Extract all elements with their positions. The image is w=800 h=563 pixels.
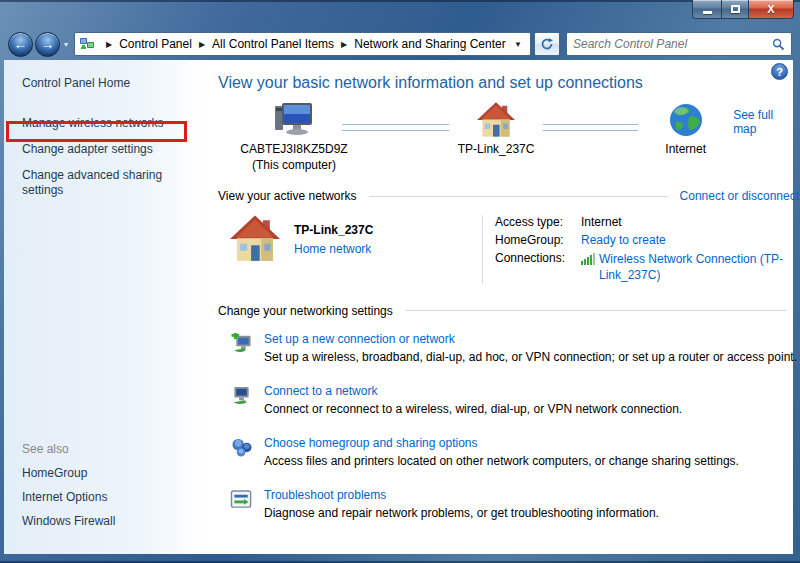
address-bar[interactable]: ▶ Control Panel ▶ All Control Panel Item… bbox=[74, 32, 531, 56]
breadcrumb-separator-icon: ▶ bbox=[341, 40, 347, 49]
sidebar-item-change-adapter-settings[interactable]: Change adapter settings bbox=[22, 142, 172, 157]
computer-label: CABTEJ3I8KZ5D9Z (This computer) bbox=[240, 142, 347, 173]
map-node-network[interactable]: TP-Link_237C bbox=[449, 102, 544, 158]
map-connector bbox=[342, 124, 449, 131]
page-title: View your basic network information and … bbox=[218, 74, 799, 92]
sidebar-item-homegroup[interactable]: HomeGroup bbox=[22, 466, 172, 481]
internet-label: Internet bbox=[665, 142, 706, 158]
divider bbox=[369, 196, 668, 197]
maximize-icon bbox=[731, 5, 740, 13]
connections-label: Connections: bbox=[495, 251, 581, 283]
wireless-connection-link[interactable]: Wireless Network Connection (TP-Link_237… bbox=[599, 251, 799, 283]
main-content: View your basic network information and … bbox=[204, 60, 800, 554]
sidebar-item-internet-options[interactable]: Internet Options bbox=[22, 490, 172, 505]
sidebar-item-manage-wireless-networks[interactable]: Manage wireless networks bbox=[22, 116, 172, 131]
refresh-icon bbox=[540, 37, 554, 51]
active-networks-title: View your active networks bbox=[218, 189, 357, 203]
network-sharing-center-icon bbox=[79, 36, 95, 52]
access-type-label: Access type: bbox=[495, 215, 581, 229]
window-controls: X bbox=[692, 0, 794, 19]
active-networks-header: View your active networks Connect or dis… bbox=[218, 189, 799, 203]
sidebar-item-windows-firewall[interactable]: Windows Firewall bbox=[22, 514, 172, 529]
homegroup-icon bbox=[230, 436, 254, 458]
connect-network-desc: Connect or reconnect to a wireless, wire… bbox=[264, 402, 682, 416]
forward-arrow-icon: → bbox=[41, 36, 55, 52]
map-node-computer[interactable]: CABTEJ3I8KZ5D9Z (This computer) bbox=[246, 102, 342, 173]
sidebar: Control Panel Home Manage wireless netwo… bbox=[4, 60, 204, 554]
breadcrumb-separator-icon: ▶ bbox=[106, 40, 112, 49]
address-dropdown-icon[interactable]: ▼ bbox=[508, 40, 528, 49]
search-input[interactable] bbox=[573, 37, 772, 51]
title-bar: X bbox=[0, 0, 800, 28]
homegroup-label: HomeGroup: bbox=[495, 233, 581, 247]
help-button[interactable]: ? bbox=[771, 63, 788, 80]
refresh-button[interactable] bbox=[534, 32, 560, 56]
access-type-value: Internet bbox=[581, 215, 799, 229]
divider bbox=[405, 310, 787, 311]
active-network-details: Access type: Internet HomeGroup: Ready t… bbox=[482, 215, 799, 283]
wireless-signal-icon bbox=[581, 253, 595, 265]
search-box[interactable] bbox=[566, 32, 792, 56]
setting-item-connect: Connect to a network Connect or reconnec… bbox=[230, 384, 799, 416]
window-body: Control Panel Home Manage wireless netwo… bbox=[4, 60, 793, 554]
network-map: CABTEJ3I8KZ5D9Z (This computer) bbox=[246, 102, 799, 173]
troubleshoot-link[interactable]: Troubleshoot problems bbox=[264, 488, 386, 502]
breadcrumb-all-items[interactable]: All Control Panel Items bbox=[212, 35, 334, 53]
house-icon bbox=[477, 102, 515, 138]
breadcrumb-control-panel[interactable]: Control Panel bbox=[119, 35, 192, 53]
navigation-toolbar: ← → ▾ ▶ Control Panel ▶ All Control Pane… bbox=[0, 28, 800, 60]
troubleshoot-icon bbox=[230, 488, 254, 510]
setting-item-homegroup: Choose homegroup and sharing options Acc… bbox=[230, 436, 799, 468]
troubleshoot-desc: Diagnose and repair network problems, or… bbox=[264, 506, 659, 520]
maximize-button[interactable] bbox=[721, 0, 749, 19]
help-icon: ? bbox=[776, 66, 783, 78]
house-icon[interactable] bbox=[230, 215, 280, 263]
see-also-label: See also bbox=[22, 442, 204, 456]
active-network-panel: TP-Link_237C Home network Access type: I… bbox=[230, 215, 799, 283]
search-icon[interactable] bbox=[772, 38, 785, 51]
back-arrow-icon: ← bbox=[14, 36, 28, 52]
globe-icon bbox=[668, 102, 704, 138]
back-button[interactable]: ← bbox=[8, 32, 33, 57]
setting-item-new-connection: Set up a new connection or network Set u… bbox=[230, 332, 799, 364]
active-network-summary: TP-Link_237C Home network bbox=[230, 215, 482, 283]
home-network-link[interactable]: Home network bbox=[294, 242, 371, 256]
connect-network-link[interactable]: Connect to a network bbox=[264, 384, 377, 398]
breadcrumb-network-sharing-center[interactable]: Network and Sharing Center bbox=[354, 35, 505, 53]
map-connector bbox=[543, 124, 638, 131]
setup-connection-link[interactable]: Set up a new connection or network bbox=[264, 332, 455, 346]
computer-icon bbox=[273, 102, 315, 138]
homegroup-options-link[interactable]: Choose homegroup and sharing options bbox=[264, 436, 477, 450]
close-icon: X bbox=[767, 3, 774, 15]
forward-button[interactable]: → bbox=[35, 32, 60, 57]
recent-pages-chevron-icon[interactable]: ▾ bbox=[64, 40, 68, 49]
connect-or-disconnect-link[interactable]: Connect or disconnect bbox=[680, 189, 799, 203]
map-node-internet[interactable]: Internet bbox=[638, 102, 733, 158]
minimize-icon bbox=[703, 11, 712, 14]
networking-settings-header: Change your networking settings bbox=[218, 304, 799, 318]
explorer-window: X ← → ▾ ▶ Control Panel ▶ All Control Pa… bbox=[0, 0, 800, 563]
minimize-button[interactable] bbox=[692, 0, 721, 19]
close-button[interactable]: X bbox=[749, 0, 794, 19]
networking-settings-title: Change your networking settings bbox=[218, 304, 393, 318]
homegroup-ready-link[interactable]: Ready to create bbox=[581, 233, 666, 247]
active-network-name: TP-Link_237C bbox=[294, 223, 373, 237]
homegroup-options-desc: Access files and printers located on oth… bbox=[264, 454, 739, 468]
setup-connection-desc: Set up a wireless, broadband, dial-up, a… bbox=[264, 350, 797, 364]
new-connection-icon bbox=[230, 332, 254, 354]
sidebar-item-change-advanced-sharing-settings[interactable]: Change advanced sharing settings bbox=[22, 168, 172, 198]
see-full-map-link[interactable]: See full map bbox=[733, 108, 773, 136]
connect-network-icon bbox=[230, 384, 254, 406]
breadcrumb-separator-icon: ▶ bbox=[199, 40, 205, 49]
sidebar-item-control-panel-home[interactable]: Control Panel Home bbox=[22, 76, 204, 90]
network-label: TP-Link_237C bbox=[458, 142, 535, 158]
sidebar-see-also-group: See also HomeGroup Internet Options Wind… bbox=[22, 442, 204, 538]
setting-item-troubleshoot: Troubleshoot problems Diagnose and repai… bbox=[230, 488, 799, 520]
